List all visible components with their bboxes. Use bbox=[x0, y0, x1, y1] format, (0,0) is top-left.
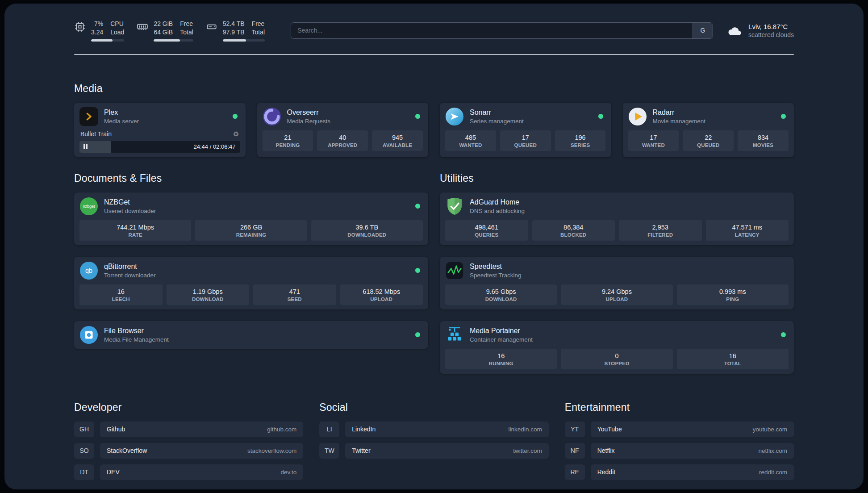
bookmark-link[interactable]: Reddit reddit.com bbox=[591, 464, 794, 480]
service-description: Media Requests bbox=[287, 118, 331, 125]
bookmark-abbr: GH bbox=[74, 422, 94, 437]
bookmark-link[interactable]: LinkedIn linkedin.com bbox=[345, 422, 548, 437]
service-card-overseerr[interactable]: Overseerr Media Requests 21 PENDING 40 A… bbox=[257, 103, 429, 157]
search-provider-button[interactable]: G bbox=[693, 23, 713, 38]
section-social: Social LI LinkedIn linkedin.com TW Twitt… bbox=[319, 401, 548, 480]
gear-icon[interactable]: ⚙ bbox=[233, 130, 239, 138]
service-card-sonarr[interactable]: Sonarr Series management 485 WANTED 17 Q… bbox=[440, 103, 611, 157]
disk-icon bbox=[206, 21, 217, 33]
bookmark-abbr: TW bbox=[319, 443, 339, 459]
stat-tile: 9.24 Gbps UPLOAD bbox=[561, 284, 672, 305]
service-name: Sonarr bbox=[470, 109, 524, 117]
service-name: Speedtest bbox=[470, 263, 522, 271]
sonarr-icon bbox=[445, 107, 464, 126]
search-input[interactable] bbox=[291, 23, 693, 38]
service-name: Plex bbox=[104, 109, 139, 117]
service-name: File Browser bbox=[104, 327, 169, 335]
disk-free-label: Free bbox=[252, 20, 265, 28]
playback-progress-bar[interactable]: 24:44 / 02:06:47 bbox=[79, 141, 240, 153]
stat-tile: 744.21 Mbps RATE bbox=[79, 220, 191, 241]
disk-total: 97.9 TB bbox=[223, 28, 245, 37]
filebrowser-icon bbox=[79, 326, 98, 344]
bookmark-github: GH Github github.com bbox=[74, 422, 303, 437]
bookmark-link[interactable]: DEV dev.to bbox=[100, 464, 303, 480]
service-name: AdGuard Home bbox=[470, 198, 525, 206]
status-dot bbox=[415, 114, 420, 119]
section-title: Media bbox=[74, 83, 794, 95]
cpu-widget: 7% 3.24 CPU Load bbox=[74, 20, 124, 42]
service-description: Speedtest Tracking bbox=[470, 272, 522, 279]
pause-icon[interactable] bbox=[83, 144, 88, 149]
service-name: NZBGet bbox=[104, 198, 156, 206]
bookmark-twitter: TW Twitter twitter.com bbox=[319, 443, 548, 459]
stat-tile: 86,384 BLOCKED bbox=[532, 220, 615, 241]
section-title: Documents & Files bbox=[74, 172, 428, 184]
status-dot bbox=[598, 114, 603, 119]
section-title: Utilities bbox=[440, 172, 794, 184]
section-media: Media Plex Media server Bullet Train bbox=[74, 83, 794, 157]
stat-tile: 485 WANTED bbox=[445, 130, 496, 151]
bookmark-link[interactable]: StackOverflow stackoverflow.com bbox=[100, 443, 303, 459]
status-dot bbox=[233, 114, 238, 119]
service-description: Usenet downloader bbox=[104, 208, 156, 214]
stat-tile: 196 SERIES bbox=[555, 130, 606, 151]
cpu-progress-bar bbox=[91, 39, 124, 42]
disk-progress-bar bbox=[223, 39, 265, 42]
service-card-filebrowser[interactable]: File Browser Media File Management bbox=[74, 321, 428, 349]
stat-tile: 498,461 QUERIES bbox=[445, 220, 528, 241]
portainer-icon bbox=[445, 326, 464, 344]
cpu-icon bbox=[74, 21, 86, 33]
topbar-divider bbox=[74, 54, 794, 55]
service-description: Media File Management bbox=[104, 336, 169, 343]
stat-tile: 618.52 Mbps UPLOAD bbox=[340, 284, 423, 305]
service-description: Media server bbox=[104, 118, 139, 125]
service-card-speedtest[interactable]: Speedtest Speedtest Tracking 9.65 Gbps D… bbox=[440, 257, 794, 309]
stat-tile: 2,953 FILTERED bbox=[619, 220, 702, 241]
status-dot bbox=[415, 204, 420, 209]
service-name: Media Portainer bbox=[470, 327, 533, 335]
cloud-icon bbox=[726, 24, 743, 37]
cpu-load: 3.24 bbox=[91, 28, 103, 37]
bookmark-youtube: YT YouTube youtube.com bbox=[565, 422, 794, 437]
section-entertainment: Entertainment YT YouTube youtube.com NF … bbox=[565, 401, 794, 480]
bookmark-netflix: NF Netflix netflix.com bbox=[565, 443, 794, 459]
service-description: Container management bbox=[470, 336, 533, 343]
service-card-nzbget[interactable]: nzbget NZBGet Usenet downloader 744.21 M… bbox=[74, 192, 428, 245]
section-developer: Developer GH Github github.com SO StackO… bbox=[74, 401, 303, 480]
bookmark-link[interactable]: YouTube youtube.com bbox=[591, 422, 794, 437]
memory-total-label: Total bbox=[180, 28, 193, 37]
service-card-plex[interactable]: Plex Media server Bullet Train ⚙ 24:44 bbox=[74, 103, 246, 157]
stat-tile: 16 LEECH bbox=[79, 284, 163, 305]
radarr-icon bbox=[628, 107, 647, 126]
stat-tile: 945 AVAILABLE bbox=[372, 130, 423, 151]
status-dot bbox=[781, 332, 786, 337]
plex-icon bbox=[79, 107, 98, 126]
bookmark-link[interactable]: Twitter twitter.com bbox=[345, 443, 548, 459]
bookmark-abbr: SO bbox=[74, 443, 94, 459]
stat-tile: 471 SEED bbox=[253, 284, 336, 305]
stat-tile: 0.993 ms PING bbox=[677, 284, 789, 305]
bookmark-abbr: YT bbox=[565, 422, 585, 437]
dashboard-panel: 7% 3.24 CPU Load bbox=[4, 4, 864, 489]
stat-tile: 16 RUNNING bbox=[445, 349, 557, 369]
status-dot bbox=[415, 268, 420, 273]
stat-tile: 266 GB REMAINING bbox=[195, 220, 307, 241]
topbar: 7% 3.24 CPU Load bbox=[74, 20, 794, 42]
bookmark-link[interactable]: Netflix netflix.com bbox=[591, 443, 794, 459]
service-card-qbittorrent[interactable]: qb qBittorrent Torrent downloader 16 LEE… bbox=[74, 257, 428, 309]
service-card-adguard[interactable]: AdGuard Home DNS and adblocking 498,461 … bbox=[440, 192, 794, 245]
service-card-portainer[interactable]: Media Portainer Container management 16 … bbox=[440, 321, 794, 374]
memory-free-label: Free bbox=[180, 20, 193, 28]
service-name: Overseerr bbox=[287, 109, 331, 117]
stat-tile: 47.571 ms LATENCY bbox=[706, 220, 789, 241]
svg-text:qb: qb bbox=[85, 267, 92, 274]
bookmark-link[interactable]: Github github.com bbox=[100, 422, 303, 437]
service-card-radarr[interactable]: Radarr Movie management 17 WANTED 22 QUE… bbox=[623, 103, 794, 157]
weather-location: Lviv, 16.87°C bbox=[748, 23, 794, 30]
qbittorrent-icon: qb bbox=[79, 261, 98, 280]
memory-free: 22 GiB bbox=[154, 20, 173, 28]
bookmark-abbr: DT bbox=[74, 464, 94, 480]
bookmark-abbr: RE bbox=[565, 464, 585, 480]
stat-tile: 0 STOPPED bbox=[561, 349, 672, 369]
stat-tile: 834 MOVIES bbox=[738, 130, 789, 151]
